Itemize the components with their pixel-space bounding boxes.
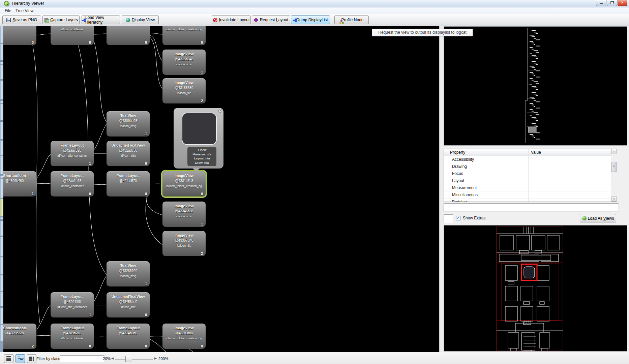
tree-node[interactable]: TextView@4309ba98id/icon_msg1 xyxy=(107,111,150,136)
globe-icon xyxy=(582,216,587,220)
tree-node[interactable]: ImageView@4315b348id/icon_icon1 xyxy=(162,50,206,75)
tree-node[interactable]: ImageView@43185650id/icon_tile2 xyxy=(162,78,206,103)
background-strip-segment xyxy=(0,80,3,100)
node-address: @4331c7b8 xyxy=(162,179,206,183)
tree-node[interactable]: ImageView@433b7d48id/icon_tile2 xyxy=(162,231,206,256)
load-all-views-button[interactable]: Load All Views xyxy=(580,214,616,222)
background-strip-segment xyxy=(0,237,3,256)
node-class: ShortcutIcon xyxy=(3,326,36,330)
tree-node[interactable]: FrameLayout@42aac828id/icon_title_contai… xyxy=(51,141,94,166)
tree-node[interactable]: ImageView@43346c38id/icon_icon1 xyxy=(162,202,206,227)
tree-node[interactable]: ShortcutIcon@4309e2282 xyxy=(3,324,36,349)
minimap-viewport[interactable] xyxy=(528,127,536,132)
toolbar-button-capture-layers[interactable]: Capture Layers xyxy=(42,16,80,24)
tree-node[interactable]: FrameLayout@42fed5700 xyxy=(107,171,150,196)
tree-node[interactable]: @42a6a1c80 xyxy=(107,26,150,45)
tree-node[interactable]: UncachedTextView@43456bd0id/icon_title0 xyxy=(107,292,150,317)
zoom-slider-track[interactable] xyxy=(115,359,153,360)
tree-node[interactable]: FrameLayout@4309a210id/icon_container0 xyxy=(51,324,94,349)
toolbar-button-profile-node[interactable]: Profile Node xyxy=(334,16,369,24)
property-table-header[interactable]: Property Value xyxy=(444,149,617,156)
property-category-row[interactable]: Measurement xyxy=(444,184,617,191)
view-mode-grid-button[interactable] xyxy=(27,354,36,363)
node-class: FrameLayout xyxy=(51,143,94,147)
toolbar-button-load-view-hierarchy[interactable]: Load View Hierarchy xyxy=(82,16,120,24)
value-column-header[interactable]: Value xyxy=(531,150,541,155)
color-swatch[interactable] xyxy=(444,214,453,223)
zoom-in-arrow-icon[interactable]: ▶ xyxy=(154,357,157,360)
menu-file[interactable]: File xyxy=(3,8,13,13)
zoom-out-arrow-icon[interactable]: ◀ xyxy=(111,357,114,360)
property-category-row[interactable]: Drawing xyxy=(444,163,617,170)
tree-icon xyxy=(82,20,84,21)
tree-node[interactable]: FrameLayout@4314b0d00 xyxy=(107,324,150,349)
restore-button[interactable] xyxy=(607,0,617,6)
node-class: FrameLayout xyxy=(107,326,150,330)
view-mode-tree-button[interactable] xyxy=(16,354,25,363)
column-divider xyxy=(528,149,529,202)
property-table[interactable]: Property Value AccessibilityDrawingFocus… xyxy=(444,149,617,202)
node-child-count-badge: 2 xyxy=(201,251,203,255)
scroll-down-icon[interactable]: ▼ xyxy=(611,196,617,202)
node-child-count-badge: 0 xyxy=(201,192,203,196)
toolbar-button-invalidate-layout[interactable]: Invalidate Layout xyxy=(212,16,251,24)
node-child-count-badge: 0 xyxy=(145,313,147,317)
toolbar-button-dump-displaylist[interactable]: Dump DisplayList xyxy=(291,16,330,24)
node-child-count-badge: 0 xyxy=(32,40,34,44)
background-strip-segment xyxy=(0,325,3,341)
property-category-row[interactable]: Layout xyxy=(444,177,617,184)
zoom-slider-thumb[interactable] xyxy=(125,356,132,362)
tree-node[interactable]: ShortcutIcon@4309b4601 xyxy=(3,171,36,196)
property-filter-input[interactable] xyxy=(444,203,619,212)
node-id: id/icon_msg xyxy=(107,124,150,128)
toolbar-button-label: Invalidate Layout xyxy=(219,18,250,22)
preview-pin-icon[interactable] xyxy=(218,109,222,113)
layout-overview[interactable] xyxy=(444,225,627,352)
preview-stat-line: Measure: n/a xyxy=(187,152,216,157)
preview-thumbnail xyxy=(182,113,217,145)
node-address: @4309e228 xyxy=(3,331,36,335)
list-icon xyxy=(6,356,11,357)
node-child-count-badge: 1 xyxy=(201,70,203,74)
property-category-row[interactable]: Focus xyxy=(444,170,617,177)
show-extras-checkbox[interactable] xyxy=(456,216,460,220)
minimize-button[interactable] xyxy=(596,0,606,6)
property-category-row[interactable]: Accessibility xyxy=(444,156,617,163)
toolbar-button-save-as-png[interactable]: Save as PNG xyxy=(2,16,41,24)
tree-node[interactable]: @4315b0e8id/icon_folder_creation_bg0 xyxy=(162,26,206,45)
background-strip-segment xyxy=(0,307,3,324)
menu-tree-view[interactable]: Tree View xyxy=(13,8,35,13)
tree-node[interactable]: FrameLayout@43091f08id/icon_title_contai… xyxy=(51,292,94,317)
tree-minimap[interactable] xyxy=(444,26,627,146)
background-strip-segment xyxy=(0,217,3,220)
window-title: Hierarchy Viewer xyxy=(12,1,44,6)
property-category-row[interactable]: Padding xyxy=(444,199,617,202)
close-button[interactable]: ✕ xyxy=(618,0,627,6)
property-scrollbar[interactable]: ▲ ▼ xyxy=(611,149,617,202)
toolbar-button-display-view[interactable]: Display View xyxy=(122,16,159,24)
tree-canvas[interactable]: @4308b6700@42a4c198id/icon_container0@42… xyxy=(3,26,439,352)
node-id: id/icon_container xyxy=(51,184,94,188)
tree-node-selected[interactable]: ImageView@4331c7b8id/icon_folder_creatio… xyxy=(162,171,206,196)
tree-node[interactable]: @42a4c198id/icon_container0 xyxy=(51,26,94,45)
toolbar-button-request-layout[interactable]: Request Layout xyxy=(252,16,290,24)
toolbar-button-label: Request Layout xyxy=(260,18,288,22)
filter-input[interactable] xyxy=(60,355,104,362)
property-column-header[interactable]: Property xyxy=(450,150,465,155)
tree-node[interactable]: @4308b6700 xyxy=(3,26,36,45)
tree-node[interactable]: UncachedTextView@431adc58id/icon_title0 xyxy=(107,141,150,166)
property-category-row[interactable]: Miscellaneous xyxy=(444,191,617,199)
tree-node[interactable]: TextView@43266920id/icon_msg1 xyxy=(107,261,150,286)
view-mode-list-button[interactable] xyxy=(4,354,13,363)
preview-stats: 1 viewMeasure: n/aLayout: n/aDraw: n/a xyxy=(187,147,216,166)
scroll-thumb[interactable] xyxy=(611,162,617,172)
node-child-count-badge: 0 xyxy=(145,40,147,44)
tree-node[interactable]: ImageView@433f6a88id/icon_folder_creatio… xyxy=(162,324,206,349)
toolbar-button-label: Save as PNG xyxy=(12,18,37,22)
node-child-count-badge: 2 xyxy=(32,344,34,348)
invalidate-icon xyxy=(213,18,217,22)
tree-node[interactable]: FrameLayout@42ac1b18id/icon_container0 xyxy=(51,171,94,196)
scroll-up-icon[interactable]: ▲ xyxy=(611,149,617,154)
titlebar[interactable]: Hierarchy Viewer ✕ xyxy=(0,0,629,7)
node-id: id/icon_container xyxy=(51,27,94,31)
